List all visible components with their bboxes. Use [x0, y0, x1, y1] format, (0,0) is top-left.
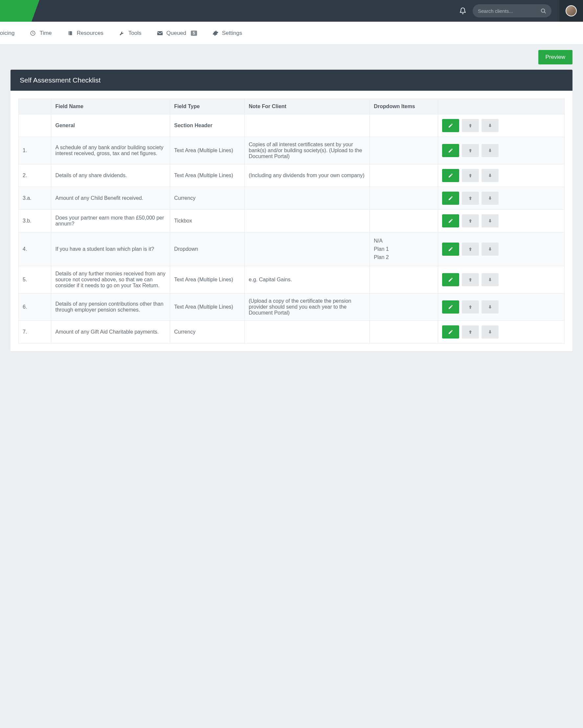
svg-line-1: [544, 12, 545, 13]
content-area: Preview Self Assessment Checklist Field …: [0, 45, 583, 364]
checklist-card: Self Assessment Checklist Field Name Fie…: [10, 70, 573, 352]
pencil-icon: [448, 148, 453, 153]
th-name: Field Name: [51, 99, 170, 114]
edit-button[interactable]: [442, 301, 459, 314]
arrow-up-icon: [468, 218, 473, 224]
cell-dropdown-items: [370, 164, 438, 187]
cell-actions: [438, 210, 564, 232]
cell-number: 3.a.: [19, 187, 51, 210]
row-actions: [442, 169, 560, 182]
pencil-icon: [448, 246, 453, 252]
edit-button[interactable]: [442, 144, 459, 157]
action-row: Preview: [10, 50, 573, 64]
preview-button[interactable]: Preview: [538, 50, 573, 64]
arrow-up-icon: [468, 123, 473, 128]
move-up-button[interactable]: [462, 242, 479, 256]
cell-number: 7.: [19, 321, 51, 343]
cell-actions: [438, 293, 564, 321]
nav-resources[interactable]: Resources: [67, 30, 104, 36]
nav-time[interactable]: Time: [30, 30, 52, 36]
move-up-button[interactable]: [462, 326, 479, 339]
edit-button[interactable]: [442, 169, 459, 182]
cell-note: e.g. Capital Gains.: [245, 266, 370, 293]
navbar: oicing Time Resources Tools Queued 5 Set…: [0, 22, 583, 45]
move-up-button[interactable]: [462, 191, 479, 205]
edit-button[interactable]: [442, 214, 459, 228]
notifications-button[interactable]: [455, 4, 470, 18]
cell-number: 5.: [19, 266, 51, 293]
edit-button[interactable]: [442, 273, 459, 286]
pencil-icon: [448, 123, 453, 128]
cell-field-type: Text Area (Multiple Lines): [170, 266, 245, 293]
row-actions: [442, 326, 560, 339]
move-down-button[interactable]: [481, 242, 499, 256]
search-container[interactable]: [473, 4, 552, 18]
edit-button[interactable]: [442, 326, 459, 339]
cell-actions: [438, 164, 564, 187]
edit-button[interactable]: [442, 119, 459, 132]
topbar: [0, 0, 583, 22]
nav-label: oicing: [0, 30, 15, 36]
arrow-up-icon: [468, 196, 473, 201]
move-down-button[interactable]: [481, 273, 499, 286]
move-up-button[interactable]: [462, 301, 479, 314]
table-row: 3.a.Amount of any Child Benefit received…: [19, 187, 564, 210]
cell-dropdown-items: [370, 321, 438, 343]
cell-note: [245, 321, 370, 343]
row-actions: [442, 301, 560, 314]
cell-actions: [438, 232, 564, 266]
search-input[interactable]: [478, 8, 540, 14]
move-up-button[interactable]: [462, 144, 479, 157]
move-down-button[interactable]: [481, 191, 499, 205]
row-actions: [442, 119, 560, 132]
cell-dropdown-items: [370, 187, 438, 210]
move-down-button[interactable]: [481, 214, 499, 228]
move-down-button[interactable]: [481, 326, 499, 339]
move-up-button[interactable]: [462, 214, 479, 228]
table-row: 5.Details of any further monies received…: [19, 266, 564, 293]
arrow-down-icon: [488, 246, 493, 252]
table-row: 3.b.Does your partner earn more than £50…: [19, 210, 564, 232]
th-number: [19, 99, 51, 114]
arrow-up-icon: [468, 246, 473, 252]
cell-dropdown-items: [370, 210, 438, 232]
cell-actions: [438, 266, 564, 293]
arrow-down-icon: [488, 218, 493, 224]
move-up-button[interactable]: [462, 119, 479, 132]
move-up-button[interactable]: [462, 169, 479, 182]
arrow-up-icon: [468, 329, 473, 335]
move-down-button[interactable]: [481, 301, 499, 314]
avatar: [565, 5, 577, 17]
move-up-button[interactable]: [462, 273, 479, 286]
table-row: 7.Amount of any Gift Aid Charitable paym…: [19, 321, 564, 343]
pencil-icon: [448, 173, 453, 178]
user-menu[interactable]: [559, 0, 583, 22]
cell-field-type: Text Area (Multiple Lines): [170, 164, 245, 187]
move-down-button[interactable]: [481, 119, 499, 132]
nav-settings[interactable]: Settings: [212, 30, 242, 36]
nav-invoicing[interactable]: oicing: [0, 30, 15, 36]
wrench-icon: [118, 30, 125, 36]
clock-icon: [30, 30, 36, 36]
dropdown-option: Plan 1: [374, 245, 434, 253]
cell-note: (Upload a copy of the certificate the pe…: [245, 293, 370, 321]
row-actions: [442, 242, 560, 256]
arrow-down-icon: [488, 304, 493, 310]
edit-button[interactable]: [442, 191, 459, 205]
cell-field-type: Tickbox: [170, 210, 245, 232]
table-row: 6.Details of any pension contributions o…: [19, 293, 564, 321]
cell-actions: [438, 137, 564, 164]
nav-queued[interactable]: Queued 5: [157, 30, 197, 36]
pencil-icon: [448, 196, 453, 201]
move-down-button[interactable]: [481, 144, 499, 157]
nav-tools[interactable]: Tools: [118, 30, 142, 36]
arrow-down-icon: [488, 148, 493, 153]
move-down-button[interactable]: [481, 169, 499, 182]
cell-number: 3.b.: [19, 210, 51, 232]
cell-field-type: Section Header: [170, 114, 245, 137]
arrow-down-icon: [488, 277, 493, 282]
arrow-up-icon: [468, 173, 473, 178]
edit-button[interactable]: [442, 242, 459, 256]
search-icon: [540, 8, 546, 14]
checklist-table: Field Name Field Type Note For Client Dr…: [19, 99, 564, 343]
